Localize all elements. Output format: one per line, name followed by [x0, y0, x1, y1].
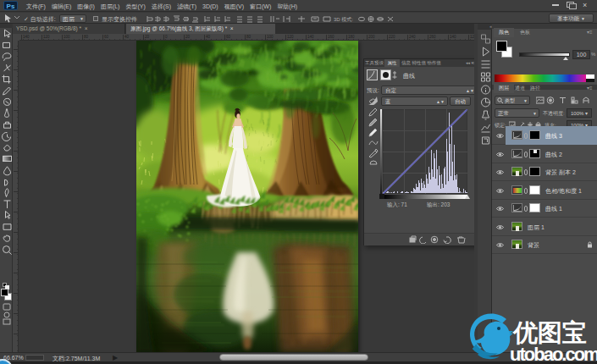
svg-text:utobao.com: utobao.com [510, 344, 597, 364]
svg-text:优图宝: 优图宝 [512, 319, 587, 346]
